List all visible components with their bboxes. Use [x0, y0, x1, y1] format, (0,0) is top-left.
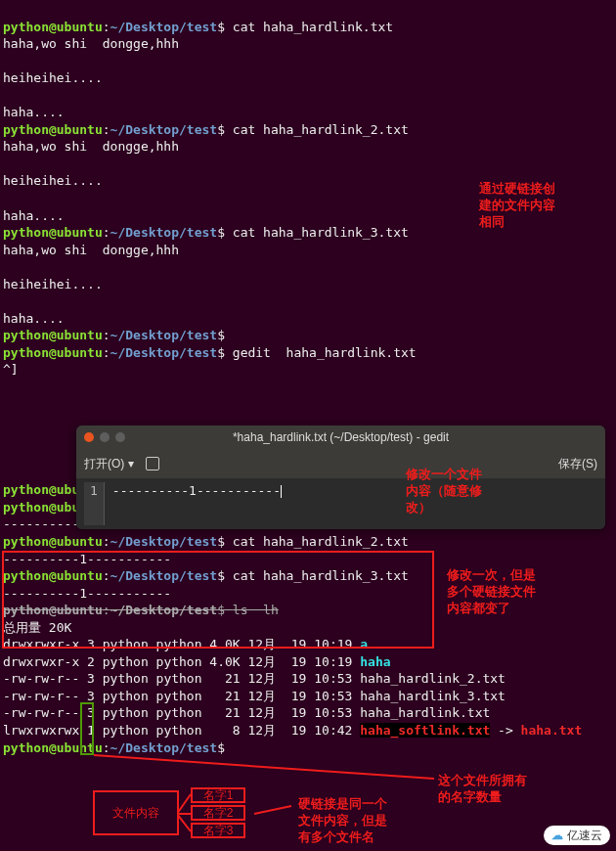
- svg-line-3: [94, 755, 434, 779]
- branding-badge: ☁ 亿速云: [544, 826, 610, 845]
- cloud-icon: ☁: [551, 828, 563, 843]
- svg-line-4: [254, 806, 291, 814]
- annotation-arrows: [0, 0, 616, 851]
